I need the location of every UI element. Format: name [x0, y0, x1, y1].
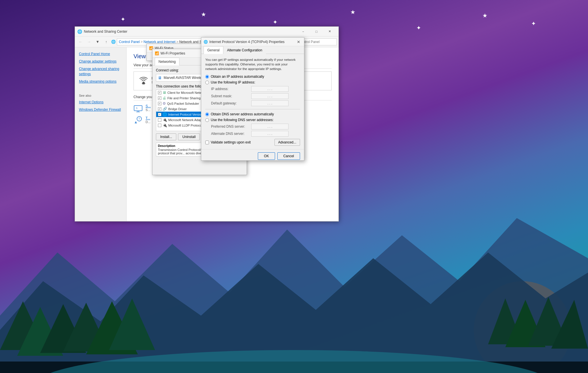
gateway-label: Default gateway:: [211, 101, 251, 105]
wifiprops-icon: 📶: [155, 51, 159, 55]
item-icon-1: 🖨: [163, 96, 166, 100]
validate-row: Validate settings upon exit Advanced...: [205, 139, 300, 146]
setup-desc: S...: [146, 108, 151, 112]
preferred-dns-label: Preferred DNS server:: [211, 125, 251, 129]
ip-address-row: IP address:: [205, 86, 300, 92]
item-icon-5: 🔌: [163, 118, 167, 122]
path-network-internet[interactable]: Network and Internet: [144, 40, 175, 44]
main-window-icon: 🌐: [77, 29, 82, 34]
up-button[interactable]: ↑: [102, 38, 110, 46]
forward-button[interactable]: →: [85, 38, 93, 46]
back-button[interactable]: ←: [77, 38, 84, 46]
sidebar-windows-firewall[interactable]: Windows Defender Firewall: [75, 106, 126, 113]
check-4[interactable]: [158, 113, 161, 116]
auto-ip-radio[interactable]: [205, 75, 209, 79]
manual-dns-radio[interactable]: [205, 118, 209, 122]
ipv4-tab-bar: General Alternate Configuration: [201, 46, 304, 54]
auto-dns-radio[interactable]: [205, 112, 209, 116]
close-button[interactable]: ✕: [323, 27, 336, 36]
sidebar-change-advanced-sharing[interactable]: Change advanced sharing settings: [75, 65, 126, 78]
alternate-dns-row: Alternate DNS server:: [205, 131, 300, 137]
dropdown-button[interactable]: ▼: [94, 38, 101, 46]
subnet-input[interactable]: [251, 93, 289, 99]
troubleshoot-text: T... D...: [146, 116, 150, 124]
check-6[interactable]: [158, 124, 161, 127]
ip-address-input[interactable]: [251, 86, 289, 92]
manual-dns-row: Use the following DNS server addresses:: [205, 118, 300, 122]
desktop: ✦ ★ ✦ ★ ✦ ★ ✦ 🌐 Network and Sharing Cent…: [0, 0, 588, 373]
setup-text: S... S...: [146, 104, 151, 112]
path-sep-2: >: [176, 40, 178, 44]
alternate-dns-label: Alternate DNS server:: [211, 132, 251, 136]
svg-rect-17: [142, 83, 145, 84]
minimize-button[interactable]: −: [297, 27, 310, 36]
ip-address-label: IP address:: [211, 87, 251, 91]
troubleshoot-desc: D...: [146, 120, 150, 124]
star-5: ✦: [416, 24, 421, 31]
check-5[interactable]: [158, 118, 161, 122]
svg-text:S: S: [136, 107, 138, 110]
ipv4-bottom-buttons: OK Cancel: [201, 149, 304, 163]
gateway-row: Default gateway:: [205, 100, 300, 106]
star-4: ★: [350, 9, 355, 15]
auto-ip-label: Obtain an IP address automatically: [211, 75, 264, 79]
gateway-input[interactable]: [251, 100, 289, 106]
ipv4-title: Internet Protocol Version 4 (TCP/IPv4) P…: [209, 40, 295, 44]
item-icon-4: 🌐: [163, 112, 167, 116]
svg-point-18: [143, 81, 144, 83]
preferred-dns-input[interactable]: [251, 124, 289, 129]
sidebar-control-panel-home[interactable]: Control Panel Home: [75, 50, 126, 58]
svg-rect-20: [134, 106, 142, 111]
tab-alternate-config[interactable]: Alternate Configuration: [223, 46, 266, 54]
check-2[interactable]: [158, 102, 161, 105]
sidebar: Control Panel Home Change adapter settin…: [75, 47, 127, 221]
sidebar-media-streaming[interactable]: Media streaming options: [75, 78, 126, 85]
troubleshoot-icon: ?: [134, 115, 143, 125]
preferred-dns-row: Preferred DNS server:: [205, 124, 300, 129]
item-icon-3: 🔗: [163, 107, 167, 111]
setup-icon: S: [134, 103, 143, 112]
tab-networking[interactable]: Networking: [155, 58, 179, 65]
setup-link[interactable]: S...: [146, 104, 151, 108]
auto-ip-row: Obtain an IP address automatically: [205, 75, 300, 79]
star-6: ★: [482, 12, 488, 19]
ipv4-close[interactable]: ✕: [295, 39, 302, 45]
ipv4-dialog: 🌐 Internet Protocol Version 4 (TCP/IPv4)…: [201, 37, 304, 161]
validate-label: Validate settings upon exit: [211, 140, 251, 144]
path-control-panel[interactable]: Control Panel: [119, 40, 140, 44]
check-0[interactable]: [158, 91, 161, 94]
subnet-row: Subnet mask:: [205, 93, 300, 99]
tab-general[interactable]: General: [204, 46, 223, 54]
svg-text:?: ?: [138, 117, 140, 121]
adapter-icon: 🖥: [158, 75, 162, 80]
check-1[interactable]: [158, 96, 161, 100]
sidebar-change-adapter[interactable]: Change adapter settings: [75, 58, 126, 65]
star-1: ✦: [121, 16, 125, 23]
sidebar-internet-options[interactable]: Internet Options: [75, 98, 126, 106]
manual-ip-label: Use the following IP address:: [211, 80, 255, 84]
ipv4-titlebar: 🌐 Internet Protocol Version 4 (TCP/IPv4)…: [201, 38, 304, 46]
item-icon-0: 🖥: [163, 90, 166, 95]
advanced-button[interactable]: Advanced...: [274, 139, 300, 146]
install-button[interactable]: Install...: [156, 133, 176, 140]
manual-dns-label: Use the following DNS server addresses:: [211, 118, 274, 122]
manual-ip-radio[interactable]: [205, 81, 209, 84]
subnet-label: Subnet mask:: [211, 94, 251, 98]
star-3: ✦: [273, 19, 278, 26]
cancel-button[interactable]: Cancel: [277, 152, 300, 160]
info-text: You can get IP settings assigned automat…: [205, 57, 300, 71]
check-3[interactable]: [158, 107, 161, 111]
auto-dns-row: Obtain DNS server address automatically: [205, 112, 300, 116]
alternate-dns-input[interactable]: [251, 131, 289, 137]
main-titlebar: 🌐 Network and Sharing Center − □ ✕: [75, 27, 339, 36]
item-icon-6: 🔌: [163, 123, 167, 127]
nav-icon: 🌐: [111, 40, 116, 44]
uninstall-button[interactable]: Uninstall: [178, 133, 200, 140]
troubleshoot-link[interactable]: T...: [146, 116, 150, 120]
maximize-button[interactable]: □: [310, 27, 323, 36]
network-icon: [138, 75, 149, 86]
window-controls: − □ ✕: [297, 27, 336, 36]
ok-button[interactable]: OK: [258, 152, 275, 160]
separator: [205, 109, 300, 109]
validate-checkbox[interactable]: [205, 141, 209, 144]
